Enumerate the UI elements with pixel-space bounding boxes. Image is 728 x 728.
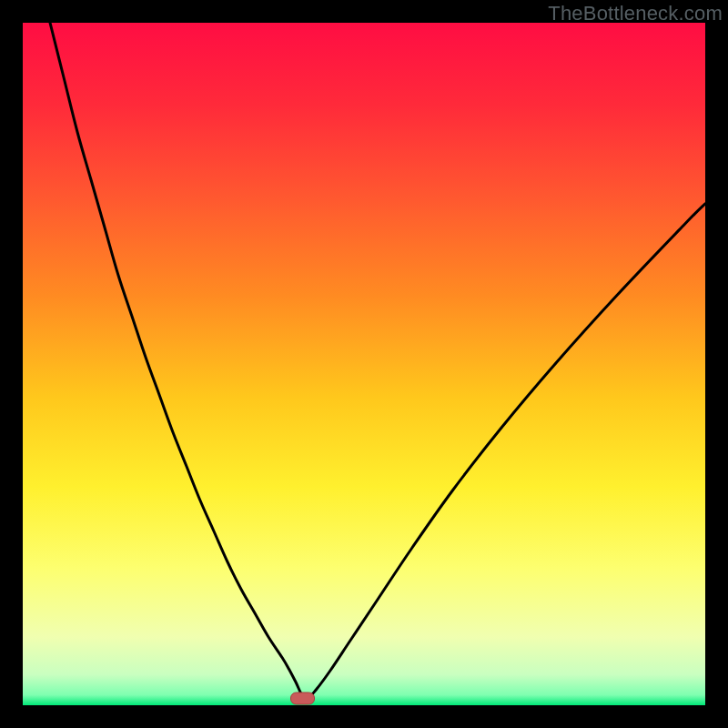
gradient-background [23, 23, 705, 705]
plot-svg [23, 23, 705, 705]
optimum-marker [291, 693, 315, 704]
plot-area [23, 23, 705, 705]
chart-container: TheBottleneck.com [0, 0, 728, 728]
watermark-text: TheBottleneck.com [548, 2, 723, 25]
